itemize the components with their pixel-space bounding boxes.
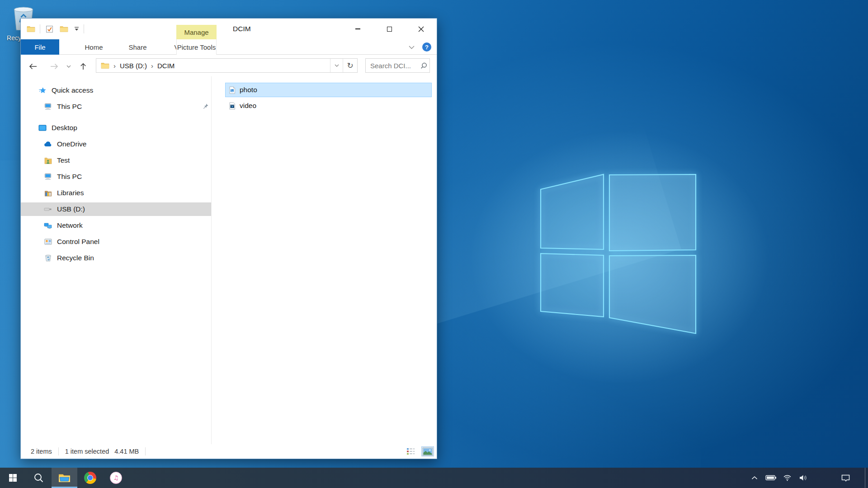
refresh-icon: ↻ <box>347 61 353 70</box>
network-icon <box>43 222 52 229</box>
tab-home[interactable]: Home <box>72 39 116 55</box>
thumbnail-view-button[interactable] <box>421 446 434 456</box>
customize-qat-button[interactable] <box>73 27 80 31</box>
search-input[interactable] <box>366 62 418 70</box>
start-button[interactable] <box>0 468 26 488</box>
recent-locations-button[interactable] <box>64 61 73 72</box>
taskbar-search-button[interactable] <box>26 468 52 488</box>
close-icon <box>418 26 424 32</box>
new-folder-icon <box>60 26 68 33</box>
tab-share[interactable]: Share <box>116 39 160 55</box>
active-app-underline <box>52 487 77 488</box>
recycle-bin-icon <box>43 254 52 262</box>
file-item-video[interactable]: video <box>225 99 432 113</box>
sidebar-item-quick-access[interactable]: Quick access <box>21 84 211 97</box>
tray-battery-button[interactable] <box>765 468 777 488</box>
maximize-icon <box>387 27 392 32</box>
show-desktop-button[interactable] <box>865 468 868 488</box>
sidebar-item-usb-d[interactable]: USB (D:) <box>21 202 211 216</box>
search-icon <box>33 473 44 483</box>
tray-volume-button[interactable] <box>797 468 809 488</box>
thumbnail-view-icon <box>422 447 433 456</box>
selection-count: 1 item selected <box>65 448 109 455</box>
sidebar-item-this-pc[interactable]: This PC <box>21 170 211 183</box>
breadcrumb-usb[interactable]: USB (D:) <box>120 62 147 70</box>
chevron-up-icon <box>751 476 758 480</box>
file-item-photo[interactable]: photo <box>225 83 432 97</box>
sidebar-item-test[interactable]: Test <box>21 154 211 167</box>
search-box[interactable] <box>365 58 430 73</box>
help-button[interactable]: ? <box>422 42 431 52</box>
sidebar-item-libraries[interactable]: Libraries <box>21 186 211 200</box>
sidebar-item-recycle-bin[interactable]: Recycle Bin <box>21 251 211 265</box>
close-button[interactable] <box>405 19 437 39</box>
file-list: photo video <box>225 83 432 114</box>
file-explorer-window: Manage DCIM File Home Share View Picture… <box>20 18 437 459</box>
tab-manage[interactable]: Manage <box>176 25 217 39</box>
tray-wifi-button[interactable] <box>781 468 793 488</box>
battery-icon <box>765 475 777 481</box>
items-count: 2 items <box>31 448 52 455</box>
refresh-button[interactable]: ↻ <box>343 59 357 72</box>
selection-size: 4.41 MB <box>114 448 139 455</box>
video-file-icon <box>228 102 236 110</box>
chevron-down-icon <box>335 64 339 67</box>
file-explorer-icon <box>58 473 71 483</box>
tab-file[interactable]: File <box>21 39 59 55</box>
divider <box>145 447 146 455</box>
properties-check-icon <box>46 25 53 33</box>
speaker-icon <box>799 474 808 481</box>
monitor-icon <box>43 173 52 180</box>
back-button[interactable] <box>26 61 40 72</box>
sidebar-item-this-pc-pinned[interactable]: This PC <box>21 100 211 113</box>
new-folder-button[interactable] <box>58 23 69 34</box>
help-icon: ? <box>425 44 429 51</box>
libraries-icon <box>43 190 52 197</box>
control-panel-icon <box>43 239 52 245</box>
navigation-pane: Quick access This PC Desktop <box>21 76 212 444</box>
title-bar[interactable]: Manage DCIM <box>21 19 437 39</box>
view-toggles <box>404 446 434 456</box>
taskbar-itunes-button[interactable]: ♫ <box>103 468 129 488</box>
arrow-up-icon <box>80 62 87 70</box>
window-content: Quick access This PC Desktop <box>21 76 437 444</box>
image-file-icon <box>228 86 236 94</box>
sidebar-item-control-panel[interactable]: Control Panel <box>21 235 211 249</box>
properties-button[interactable] <box>44 23 55 34</box>
divider <box>40 24 40 33</box>
system-tray <box>746 468 868 488</box>
crumb-separator: › <box>113 62 116 70</box>
sidebar-item-network[interactable]: Network <box>21 219 211 232</box>
window-folder-icon <box>25 23 36 34</box>
expand-ribbon-button[interactable] <box>406 43 417 52</box>
wifi-icon <box>783 474 792 481</box>
maximize-button[interactable] <box>373 19 405 39</box>
taskbar-file-explorer-button[interactable] <box>52 468 77 488</box>
up-button[interactable] <box>76 61 90 72</box>
sidebar-item-desktop[interactable]: Desktop <box>21 121 211 135</box>
manage-label: Manage <box>184 28 208 36</box>
taskbar-chrome-button[interactable] <box>77 468 103 488</box>
breadcrumb: › USB (D:) › DCIM <box>96 62 330 70</box>
chrome-icon <box>84 472 96 484</box>
details-view-icon <box>406 447 415 455</box>
minimize-button[interactable] <box>342 19 373 39</box>
search-icon[interactable] <box>418 62 429 69</box>
window-title: DCIM <box>233 19 251 39</box>
windows-start-icon <box>9 474 17 482</box>
details-view-button[interactable] <box>404 446 417 456</box>
breadcrumb-dcim[interactable]: DCIM <box>157 62 175 70</box>
address-toolbar: › USB (D:) › DCIM ↻ <box>21 55 437 76</box>
crumb-separator: › <box>151 62 153 70</box>
action-center-button[interactable] <box>840 468 851 488</box>
sidebar-item-onedrive[interactable]: OneDrive <box>21 137 211 151</box>
address-bar[interactable]: › USB (D:) › DCIM ↻ <box>96 58 358 73</box>
tab-picture-tools[interactable]: Picture Tools <box>176 39 217 55</box>
action-center-icon <box>841 474 850 482</box>
tray-chevron-up-button[interactable] <box>749 468 760 488</box>
status-bar: 2 items 1 item selected 4.41 MB <box>21 444 437 459</box>
quick-access-star-icon <box>38 87 47 94</box>
address-dropdown-button[interactable] <box>330 59 343 72</box>
pin-icon <box>202 103 209 112</box>
forward-button[interactable] <box>47 61 61 72</box>
